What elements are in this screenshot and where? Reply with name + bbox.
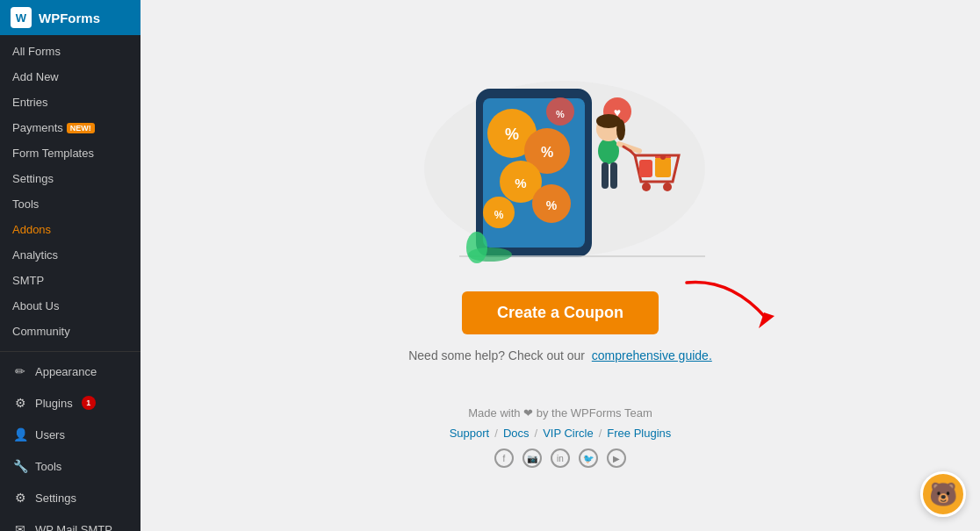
tools-icon: 🔧 bbox=[12, 458, 28, 474]
svg-point-33 bbox=[466, 232, 487, 263]
footer-links: Support / Docs / VIP Circle / Free Plugi… bbox=[450, 427, 672, 440]
svg-point-20 bbox=[616, 119, 625, 140]
coupon-btn-row: Create a Coupon bbox=[462, 291, 659, 348]
svg-text:%: % bbox=[546, 198, 558, 212]
svg-text:%: % bbox=[541, 145, 553, 160]
sidebar-header[interactable]: W WPForms bbox=[0, 0, 141, 35]
wpforms-logo-icon: W bbox=[11, 7, 32, 28]
sidebar-item-wp-tools[interactable]: 🔧 Tools bbox=[0, 450, 141, 482]
sidebar-item-wp-settings[interactable]: ⚙ Settings bbox=[0, 482, 141, 513]
sidebar-item-appearance[interactable]: ✏ Appearance bbox=[0, 355, 141, 387]
sidebar-item-addons[interactable]: Addons bbox=[0, 217, 141, 242]
svg-point-26 bbox=[663, 183, 672, 191]
footer-link-free-plugins[interactable]: Free Plugins bbox=[607, 427, 671, 440]
arrow-annotation bbox=[678, 274, 783, 344]
svg-point-25 bbox=[642, 183, 651, 191]
sidebar-item-plugins[interactable]: ⚙ Plugins 1 bbox=[0, 387, 141, 419]
svg-point-30 bbox=[660, 154, 666, 160]
sidebar-item-smtp[interactable]: SMTP bbox=[0, 268, 141, 293]
svg-text:%: % bbox=[556, 109, 565, 119]
comprehensive-guide-link[interactable]: comprehensive guide. bbox=[592, 348, 712, 362]
sidebar-brand: WPForms bbox=[39, 11, 100, 25]
sidebar-item-wp-mail-smtp[interactable]: ✉ WP Mail SMTP bbox=[0, 513, 141, 531]
facebook-icon[interactable]: f bbox=[494, 448, 514, 468]
sidebar-item-payments[interactable]: Payments NEW! bbox=[0, 115, 141, 140]
create-coupon-button[interactable]: Create a Coupon bbox=[462, 291, 659, 334]
twitter-icon[interactable]: 🐦 bbox=[579, 448, 598, 468]
users-icon: 👤 bbox=[12, 427, 28, 442]
sidebar-item-about-us[interactable]: About Us bbox=[0, 293, 141, 319]
plugins-badge: 1 bbox=[82, 396, 96, 410]
footer-link-vip-circle[interactable]: VIP Circle bbox=[543, 427, 594, 440]
sidebar-item-form-templates[interactable]: Form Templates bbox=[0, 140, 141, 166]
sidebar: W WPForms All Forms Add New Entries Paym… bbox=[0, 0, 141, 531]
help-text: Need some help? Check out our comprehens… bbox=[408, 348, 712, 362]
sidebar-item-tools[interactable]: Tools bbox=[0, 191, 141, 217]
svg-rect-21 bbox=[602, 162, 609, 189]
sidebar-item-users[interactable]: 👤 Users bbox=[0, 419, 141, 450]
footer-link-docs[interactable]: Docs bbox=[503, 427, 530, 440]
sidebar-item-community[interactable]: Community bbox=[0, 319, 141, 344]
svg-point-17 bbox=[598, 138, 619, 164]
footer: Made with ❤ by the WPForms Team Support … bbox=[450, 406, 672, 468]
plugins-icon: ⚙ bbox=[12, 395, 28, 411]
svg-text:%: % bbox=[515, 176, 526, 190]
footer-social: f 📷 in 🐦 ▶ bbox=[450, 448, 672, 468]
sidebar-item-analytics[interactable]: Analytics bbox=[0, 242, 141, 268]
youtube-icon[interactable]: ▶ bbox=[607, 448, 626, 468]
appearance-icon: ✏ bbox=[12, 363, 28, 379]
instagram-icon[interactable]: 📷 bbox=[522, 448, 542, 468]
svg-text:%: % bbox=[494, 209, 504, 221]
coupon-illustration: % % % % % % ♥ bbox=[407, 63, 714, 274]
sidebar-item-settings[interactable]: Settings bbox=[0, 166, 141, 191]
sidebar-item-entries[interactable]: Entries bbox=[0, 90, 141, 115]
footer-made-with: Made with ❤ by the WPForms Team bbox=[450, 406, 672, 420]
linkedin-icon[interactable]: in bbox=[551, 448, 570, 468]
mail-smtp-icon: ✉ bbox=[12, 521, 28, 531]
sidebar-nav: All Forms Add New Entries Payments NEW! … bbox=[0, 35, 141, 348]
settings-icon: ⚙ bbox=[12, 490, 28, 506]
svg-text:%: % bbox=[505, 126, 519, 143]
payments-new-badge: NEW! bbox=[67, 123, 95, 133]
svg-rect-28 bbox=[655, 157, 671, 177]
sidebar-item-add-new[interactable]: Add New bbox=[0, 64, 141, 90]
svg-rect-27 bbox=[639, 160, 652, 177]
main-content: % % % % % % ♥ bbox=[141, 0, 980, 531]
footer-link-support[interactable]: Support bbox=[450, 427, 490, 440]
bear-mascot[interactable]: 🐻 bbox=[920, 471, 966, 517]
svg-rect-22 bbox=[610, 162, 617, 189]
sidebar-divider bbox=[0, 351, 141, 352]
sidebar-item-all-forms[interactable]: All Forms bbox=[0, 39, 141, 64]
